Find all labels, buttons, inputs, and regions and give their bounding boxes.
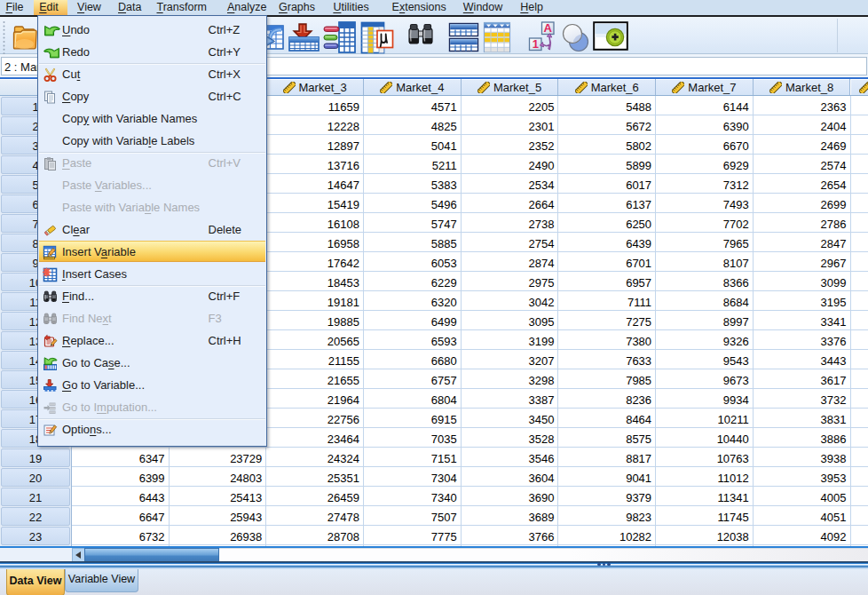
svg-text:1: 1 (533, 37, 539, 51)
svg-text:A: A (544, 21, 553, 35)
